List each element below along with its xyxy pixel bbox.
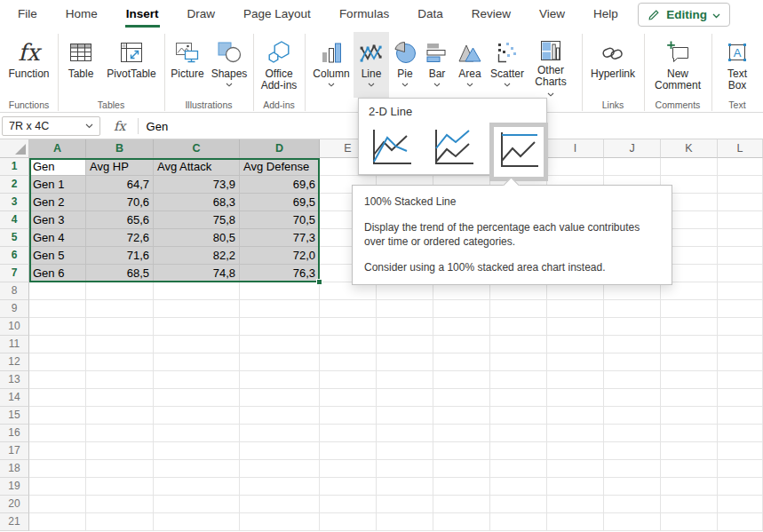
editing-mode-button[interactable]: Editing xyxy=(638,3,730,27)
cell-L7[interactable] xyxy=(718,265,763,282)
cell-B3[interactable]: 70,6 xyxy=(86,194,154,211)
picture-button[interactable]: Picture xyxy=(167,32,208,98)
cell-G15[interactable] xyxy=(433,407,490,425)
row-header-10[interactable]: 10 xyxy=(0,318,29,336)
cell-D12[interactable] xyxy=(240,353,320,371)
cell-I8[interactable] xyxy=(547,282,604,300)
shapes-button[interactable]: Shapes xyxy=(208,32,250,98)
cell-L13[interactable] xyxy=(718,371,763,389)
cell-F20[interactable] xyxy=(377,496,433,513)
cell-L16[interactable] xyxy=(718,425,763,442)
cell-A18[interactable] xyxy=(29,460,86,478)
cell-L8[interactable] xyxy=(718,282,763,300)
cell-E12[interactable] xyxy=(320,353,377,371)
cell-H18[interactable] xyxy=(490,460,547,478)
cell-C16[interactable] xyxy=(154,425,240,442)
cell-G18[interactable] xyxy=(433,460,490,478)
cell-I9[interactable] xyxy=(547,300,604,318)
cell-G12[interactable] xyxy=(433,353,490,371)
cell-I10[interactable] xyxy=(547,318,604,336)
cell-E9[interactable] xyxy=(320,300,377,318)
cell-C4[interactable]: 75,8 xyxy=(154,211,240,229)
cell-C8[interactable] xyxy=(154,282,240,300)
cell-E13[interactable] xyxy=(320,371,377,389)
cell-C1[interactable]: Avg Attack xyxy=(154,158,240,176)
row-header-15[interactable]: 15 xyxy=(0,407,29,425)
cell-C17[interactable] xyxy=(154,442,240,460)
cell-I15[interactable] xyxy=(547,407,604,425)
row-header-19[interactable]: 19 xyxy=(0,478,29,496)
cell-E18[interactable] xyxy=(320,460,377,478)
row-header-12[interactable]: 12 xyxy=(0,353,29,371)
cell-G21[interactable] xyxy=(433,513,490,531)
cell-A1[interactable]: Gen xyxy=(29,158,86,176)
cell-I13[interactable] xyxy=(547,371,604,389)
bar-chart-button[interactable]: Bar xyxy=(421,32,453,98)
cell-D2[interactable]: 69,6 xyxy=(240,176,320,194)
cell-H14[interactable] xyxy=(490,389,547,407)
fill-handle[interactable] xyxy=(316,279,322,285)
cell-C3[interactable]: 68,3 xyxy=(154,194,240,211)
cell-F18[interactable] xyxy=(377,460,433,478)
cell-J15[interactable] xyxy=(604,407,661,425)
cell-C12[interactable] xyxy=(154,353,240,371)
row-header-16[interactable]: 16 xyxy=(0,425,29,442)
cell-A20[interactable] xyxy=(29,496,86,513)
row-header-14[interactable]: 14 xyxy=(0,389,29,407)
tab-page-layout[interactable]: Page Layout xyxy=(229,0,325,29)
cell-H19[interactable] xyxy=(490,478,547,496)
cell-F16[interactable] xyxy=(377,425,433,442)
cell-L14[interactable] xyxy=(718,389,763,407)
tab-data[interactable]: Data xyxy=(403,0,457,29)
cell-B9[interactable] xyxy=(86,300,154,318)
cell-B5[interactable]: 72,6 xyxy=(86,229,154,247)
cell-A2[interactable]: Gen 1 xyxy=(29,176,86,194)
cell-A9[interactable] xyxy=(29,300,86,318)
cell-D8[interactable] xyxy=(240,282,320,300)
cell-A14[interactable] xyxy=(29,389,86,407)
column-header-L[interactable]: L xyxy=(718,139,763,158)
cell-D17[interactable] xyxy=(240,442,320,460)
cell-I16[interactable] xyxy=(547,425,604,442)
row-header-11[interactable]: 11 xyxy=(0,336,29,353)
cell-K13[interactable] xyxy=(661,371,718,389)
table-button[interactable]: Table xyxy=(60,32,101,98)
cell-A10[interactable] xyxy=(29,318,86,336)
function-button[interactable]: fx Function xyxy=(3,32,56,98)
row-header-17[interactable]: 17 xyxy=(0,442,29,460)
cell-K11[interactable] xyxy=(661,336,718,353)
row-header-13[interactable]: 13 xyxy=(0,371,29,389)
cell-G19[interactable] xyxy=(433,478,490,496)
cell-D4[interactable]: 70,5 xyxy=(240,211,320,229)
cell-C10[interactable] xyxy=(154,318,240,336)
cell-J11[interactable] xyxy=(604,336,661,353)
cell-B7[interactable]: 68,5 xyxy=(86,265,154,282)
cell-C15[interactable] xyxy=(154,407,240,425)
cell-J17[interactable] xyxy=(604,442,661,460)
column-header-B[interactable]: B xyxy=(86,139,154,158)
cell-C9[interactable] xyxy=(154,300,240,318)
tab-home[interactable]: Home xyxy=(52,0,112,29)
cell-L3[interactable] xyxy=(718,194,763,211)
cell-D18[interactable] xyxy=(240,460,320,478)
cell-F11[interactable] xyxy=(377,336,433,353)
cell-I18[interactable] xyxy=(547,460,604,478)
cell-H12[interactable] xyxy=(490,353,547,371)
cell-L1[interactable] xyxy=(718,158,763,176)
cell-D14[interactable] xyxy=(240,389,320,407)
cell-J19[interactable] xyxy=(604,478,661,496)
cell-F21[interactable] xyxy=(377,513,433,531)
cell-H8[interactable] xyxy=(490,282,547,300)
cell-B6[interactable]: 71,6 xyxy=(86,247,154,265)
cell-K14[interactable] xyxy=(661,389,718,407)
cell-F12[interactable] xyxy=(377,353,433,371)
cell-I12[interactable] xyxy=(547,353,604,371)
cell-A13[interactable] xyxy=(29,371,86,389)
cell-H10[interactable] xyxy=(490,318,547,336)
cell-C5[interactable]: 80,5 xyxy=(154,229,240,247)
cell-E10[interactable] xyxy=(320,318,377,336)
cell-H20[interactable] xyxy=(490,496,547,513)
cell-A21[interactable] xyxy=(29,513,86,531)
cell-A4[interactable]: Gen 3 xyxy=(29,211,86,229)
office-add-ins-button[interactable]: Office Add-ins xyxy=(254,32,304,98)
